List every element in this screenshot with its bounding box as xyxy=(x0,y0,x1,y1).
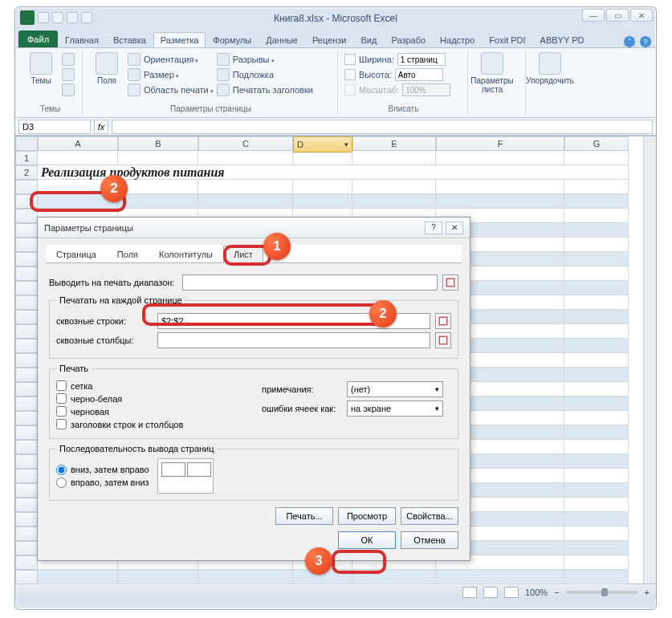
cell[interactable] xyxy=(564,310,629,324)
tab-home[interactable]: Главная xyxy=(58,32,106,47)
orientation-button[interactable]: Ориентация xyxy=(128,52,214,67)
theme-colors[interactable] xyxy=(62,52,75,67)
dialog-titlebar[interactable]: Параметры страницы ? ✕ xyxy=(38,218,470,238)
cell[interactable] xyxy=(118,570,198,584)
cell[interactable] xyxy=(38,570,118,584)
name-box[interactable]: D3 xyxy=(18,120,91,134)
row-header[interactable]: 2 xyxy=(15,165,38,180)
minimize-button[interactable]: — xyxy=(582,9,605,22)
vertical-scrollbar[interactable] xyxy=(643,136,656,583)
cell[interactable] xyxy=(564,209,629,223)
row-header[interactable] xyxy=(15,483,38,498)
cell[interactable] xyxy=(352,570,436,584)
row-header[interactable] xyxy=(15,295,38,310)
dialog-help-button[interactable]: ? xyxy=(425,222,442,234)
cell[interactable] xyxy=(564,353,629,368)
row-header[interactable] xyxy=(15,353,38,368)
cell[interactable] xyxy=(352,151,436,165)
zoom-in-button[interactable]: + xyxy=(645,588,650,597)
zoom-slider[interactable] xyxy=(566,591,638,594)
column-header[interactable]: G xyxy=(564,136,629,151)
tab-insert[interactable]: Вставка xyxy=(106,32,153,47)
arrange-button[interactable]: Упорядочить xyxy=(532,51,568,115)
row-header[interactable] xyxy=(15,180,38,194)
preview-button[interactable]: Просмотр xyxy=(338,507,396,525)
cell[interactable] xyxy=(118,180,198,194)
row-header[interactable] xyxy=(15,440,38,454)
tab-headerfooter[interactable]: Колонтитулы xyxy=(149,246,223,263)
cell[interactable] xyxy=(564,396,629,411)
cancel-button[interactable]: Отмена xyxy=(401,531,458,549)
cell[interactable] xyxy=(564,555,629,570)
row-header[interactable] xyxy=(15,339,38,353)
sheet-title-cell[interactable]: Реализация продуктов питания xyxy=(38,165,629,180)
row-header[interactable] xyxy=(15,368,38,382)
row-header[interactable] xyxy=(15,454,38,469)
row-header[interactable] xyxy=(15,194,38,209)
row-header[interactable] xyxy=(15,541,38,555)
row-header[interactable] xyxy=(15,425,38,440)
cell[interactable] xyxy=(564,368,629,382)
tab-formulas[interactable]: Формулы xyxy=(206,32,259,47)
width-field[interactable]: Ширина: xyxy=(344,52,450,67)
column-header[interactable]: F xyxy=(436,136,564,151)
row-header[interactable] xyxy=(15,570,38,584)
cell[interactable] xyxy=(564,252,629,266)
cell[interactable] xyxy=(436,570,564,584)
ribbon-minimize-icon[interactable]: ˄ xyxy=(624,36,635,47)
tab-addins[interactable]: Надстро xyxy=(433,32,482,47)
bw-checkbox[interactable] xyxy=(56,393,67,404)
cell[interactable] xyxy=(564,151,629,165)
rowcol-headers-checkbox[interactable] xyxy=(56,419,67,429)
row-header[interactable] xyxy=(15,266,38,281)
tab-data[interactable]: Данные xyxy=(259,32,305,47)
column-header[interactable]: E xyxy=(352,136,436,151)
cell[interactable] xyxy=(436,180,564,194)
cell[interactable] xyxy=(436,151,564,165)
tab-page-layout[interactable]: Разметка xyxy=(153,32,206,47)
properties-button[interactable]: Свойства... xyxy=(401,507,458,525)
view-layout-icon[interactable] xyxy=(483,587,498,598)
theme-fonts[interactable] xyxy=(62,67,75,82)
cell[interactable] xyxy=(564,570,629,584)
comments-select[interactable]: (нет) xyxy=(347,381,443,397)
maximize-button[interactable]: ▭ xyxy=(606,9,629,22)
quick-access-toolbar[interactable] xyxy=(38,12,92,23)
cell[interactable] xyxy=(198,180,293,194)
zoom-out-button[interactable]: − xyxy=(554,588,559,597)
column-header[interactable]: B xyxy=(118,136,198,151)
cell[interactable] xyxy=(564,527,629,541)
row-header[interactable] xyxy=(15,281,38,295)
cell[interactable] xyxy=(198,194,293,209)
row-header[interactable] xyxy=(15,555,38,570)
draft-checkbox[interactable] xyxy=(56,406,67,417)
ref-select-button[interactable] xyxy=(442,274,458,291)
zoom-level[interactable]: 100% xyxy=(525,588,548,597)
cell[interactable] xyxy=(118,194,198,209)
cell[interactable] xyxy=(564,238,629,252)
cell[interactable] xyxy=(564,541,629,555)
cell[interactable] xyxy=(564,382,629,396)
view-break-icon[interactable] xyxy=(504,587,519,598)
formula-input[interactable] xyxy=(112,120,653,134)
height-field[interactable]: Высота: xyxy=(344,67,450,82)
cell[interactable] xyxy=(564,454,629,469)
cell[interactable] xyxy=(118,151,198,165)
theme-effects[interactable] xyxy=(62,83,75,97)
cols-ref-button[interactable] xyxy=(435,332,451,348)
row-header[interactable] xyxy=(15,324,38,339)
fx-button[interactable]: fx xyxy=(94,120,108,134)
errors-select[interactable]: на экране xyxy=(347,400,443,417)
tab-foxit[interactable]: Foxit PDI xyxy=(482,32,532,47)
row-header[interactable] xyxy=(15,469,38,483)
rows-ref-button[interactable] xyxy=(435,313,451,329)
view-normal-icon[interactable] xyxy=(462,587,477,598)
cell[interactable] xyxy=(564,266,629,281)
row-header[interactable] xyxy=(15,223,38,238)
cell[interactable] xyxy=(564,295,629,310)
row-header[interactable] xyxy=(15,252,38,266)
row-header[interactable] xyxy=(15,310,38,324)
order-down-radio[interactable] xyxy=(56,465,67,475)
breaks-button[interactable]: Разрывы xyxy=(217,52,313,67)
cols-repeat-input[interactable] xyxy=(157,332,430,348)
